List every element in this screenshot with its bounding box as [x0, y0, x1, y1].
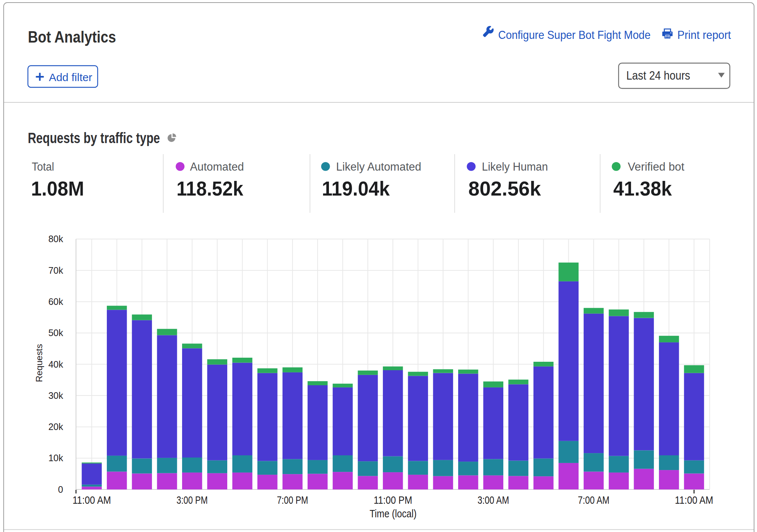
svg-text:7:00 PM: 7:00 PM	[277, 494, 308, 506]
svg-text:Add filter: Add filter	[49, 71, 92, 83]
svg-text:10k: 10k	[48, 453, 64, 463]
svg-text:60k: 60k	[48, 296, 64, 307]
svg-text:3:00 PM: 3:00 PM	[177, 494, 208, 506]
svg-text:41.38k: 41.38k	[613, 177, 672, 200]
svg-text:80k: 80k	[48, 234, 64, 244]
svg-text:802.56k: 802.56k	[468, 177, 541, 200]
svg-text:Likely Automated: Likely Automated	[336, 160, 421, 173]
svg-text:Configure Super Bot Fight Mode: Configure Super Bot Fight Mode	[498, 28, 651, 41]
svg-text:20k: 20k	[48, 422, 64, 432]
svg-text:11:00 AM: 11:00 AM	[675, 494, 713, 506]
svg-text:3:00 AM: 3:00 AM	[478, 494, 509, 506]
svg-text:Last 24 hours: Last 24 hours	[626, 69, 690, 82]
svg-text:11:00 PM: 11:00 PM	[374, 494, 412, 506]
svg-text:119.04k: 119.04k	[322, 177, 390, 200]
svg-text:Total: Total	[32, 160, 54, 173]
svg-text:Requests by traffic type: Requests by traffic type	[28, 130, 160, 146]
svg-text:0: 0	[58, 484, 63, 495]
svg-text:7:00 AM: 7:00 AM	[578, 494, 609, 506]
svg-text:Requests: Requests	[34, 344, 44, 382]
svg-text:118.52k: 118.52k	[177, 177, 243, 200]
svg-text:1.08M: 1.08M	[31, 177, 84, 200]
svg-text:40k: 40k	[48, 359, 64, 369]
svg-text:70k: 70k	[48, 265, 64, 276]
svg-text:Verified bot: Verified bot	[628, 160, 684, 173]
svg-text:Automated: Automated	[190, 160, 244, 173]
svg-text:30k: 30k	[48, 390, 64, 401]
svg-text:50k: 50k	[48, 328, 64, 338]
svg-text:Print report: Print report	[677, 28, 731, 41]
svg-text:11:00 AM: 11:00 AM	[72, 494, 111, 506]
svg-text:Time (local): Time (local)	[370, 508, 417, 520]
svg-text:Likely Human: Likely Human	[482, 160, 548, 173]
svg-text:Bot Analytics: Bot Analytics	[28, 28, 116, 46]
